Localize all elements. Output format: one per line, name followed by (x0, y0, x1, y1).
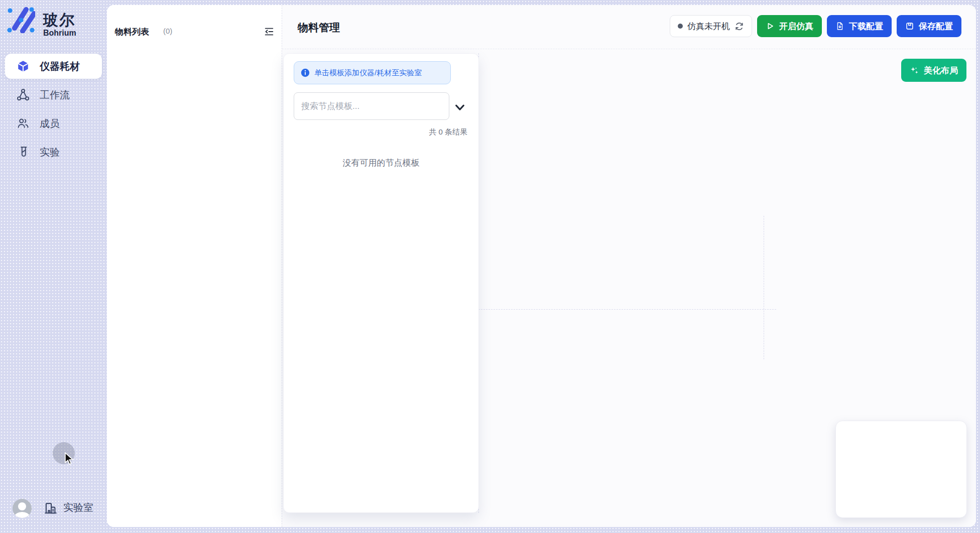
user-avatar[interactable] (13, 499, 32, 518)
refresh-icon[interactable] (734, 22, 744, 31)
cube-icon (17, 60, 30, 73)
download-config-label: 下载配置 (849, 21, 883, 32)
info-icon (301, 68, 310, 77)
bohrium-logo-icon (7, 7, 35, 33)
start-simulation-button[interactable]: 开启仿真 (757, 15, 822, 37)
sidebar-item-label: 仪器耗材 (40, 60, 80, 73)
experiment-icon (17, 146, 30, 159)
sidebar-item-members[interactable]: 成员 (5, 111, 102, 136)
start-simulation-label: 开启仿真 (779, 21, 813, 32)
sidebar-item-workflow[interactable]: 工作流 (5, 82, 102, 107)
results-count: 共 0 条结果 (429, 127, 467, 137)
canvas-guide-horizontal (478, 309, 776, 310)
save-config-label: 保存配置 (919, 21, 953, 32)
sidebar: 玻尔 Bohrium 仪器耗材 工作流 成员 实验 (0, 0, 107, 533)
collapse-panel-icon[interactable] (264, 26, 275, 37)
sidebar-item-experiment[interactable]: 实验 (5, 140, 102, 165)
sidebar-item-label: 工作流 (40, 88, 70, 102)
main-surface: 物料列表 (0) 物料管理 仿真未开机 (107, 5, 976, 527)
lab-label: 实验室 (63, 501, 93, 514)
info-banner-text: 单击模板添加仪器/耗材至实验室 (314, 68, 422, 78)
page-title: 物料管理 (298, 21, 340, 35)
material-list-panel: 物料列表 (0) (107, 5, 282, 527)
info-banner: 单击模板添加仪器/耗材至实验室 (294, 61, 451, 84)
building-icon (43, 500, 58, 515)
minimap-panel (835, 421, 967, 518)
sidebar-item-instruments[interactable]: 仪器耗材 (5, 54, 102, 79)
workflow-icon (17, 88, 30, 101)
save-icon (905, 22, 914, 31)
material-list-title: 物料列表 (115, 26, 149, 38)
save-config-button[interactable]: 保存配置 (897, 15, 961, 37)
download-config-button[interactable]: 下载配置 (827, 15, 892, 37)
template-palette-card: 单击模板添加仪器/耗材至实验室 共 0 条结果 没有可用的节点模板 (283, 53, 479, 513)
sidebar-item-label: 实验 (40, 146, 60, 159)
empty-state-text: 没有可用的节点模板 (284, 157, 478, 169)
simulation-status-pill[interactable]: 仿真未开机 (670, 15, 752, 37)
header-controls: 仿真未开机 开启仿真 下 (670, 15, 961, 37)
chevron-down-icon[interactable] (454, 103, 465, 112)
play-icon (766, 22, 775, 31)
canvas-guide-vertical-right (764, 216, 764, 359)
mouse-cursor-icon (63, 452, 74, 465)
sparkles-icon (910, 66, 919, 75)
material-list-count: (0) (163, 27, 172, 35)
sidebar-footer: 实验室 (0, 500, 107, 520)
members-icon (17, 117, 30, 130)
status-dot-icon (678, 24, 683, 29)
brand-name-zh: 玻尔 (43, 10, 75, 31)
canvas-area[interactable]: 物料管理 仿真未开机 开启仿真 (282, 5, 976, 527)
download-file-icon (835, 22, 844, 31)
brand-name-en: Bohrium (43, 29, 76, 38)
beautify-layout-label: 美化布局 (924, 65, 958, 76)
beautify-layout-button[interactable]: 美化布局 (901, 59, 966, 82)
search-input[interactable] (294, 92, 449, 120)
status-label: 仿真未开机 (687, 21, 730, 32)
header-divider (282, 49, 976, 49)
brand-logo (7, 7, 35, 35)
sidebar-item-label: 成员 (40, 117, 60, 130)
lab-entry[interactable]: 实验室 (43, 500, 93, 515)
